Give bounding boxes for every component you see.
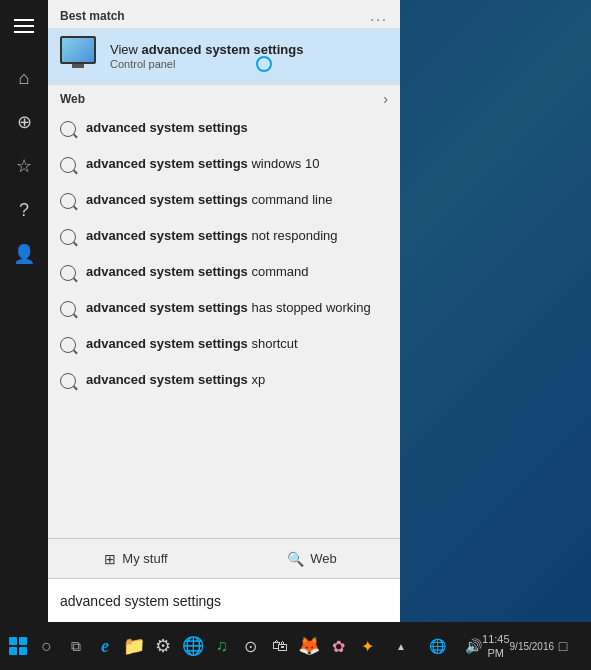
start-button[interactable] [4,626,31,666]
best-match-bold: advanced system settings [142,42,304,57]
web-tab-label: Web [310,551,337,566]
result-text: advanced system settings not responding [86,227,337,245]
web-search-icon: 🔍 [287,551,304,567]
best-match-pre: View [110,42,142,57]
search-result-icon [60,301,76,317]
list-item[interactable]: advanced system settings command [48,257,400,293]
list-item[interactable]: advanced system settings has stopped wor… [48,293,400,329]
system-tray: ▲ 🌐 🔊 11:45 PM 9/15/2016 □ [385,626,587,666]
sidebar: ⌂ ⊕ ☆ ? 👤 [0,0,48,622]
store-taskbar-icon[interactable]: 🛍 [266,626,293,666]
list-item[interactable]: advanced system settings shortcut [48,329,400,365]
chrome-taskbar-icon[interactable]: 🌐 [179,626,206,666]
mouse-cursor [256,56,272,72]
sidebar-home-icon[interactable]: ⌂ [6,60,42,96]
search-input-bar [48,578,400,622]
best-match-title: Best match [60,9,125,23]
media-taskbar-icon[interactable]: ⊙ [237,626,264,666]
taskbar-search-button[interactable]: ○ [33,626,60,666]
search-result-icon [60,193,76,209]
search-result-icon [60,121,76,137]
list-item[interactable]: advanced system settings not responding [48,221,400,257]
result-text: advanced system settings xp [86,371,265,389]
mystuff-label: My stuff [122,551,167,566]
list-item[interactable]: advanced system settings [48,113,400,149]
taskbar: ○ ⧉ e 📁 ⚙ 🌐 ♫ ⊙ 🛍 🦊 ✿ ✦ ▲ 🌐 🔊 11:45 PM 9… [0,622,591,670]
web-section-arrow: › [383,91,388,107]
result-text: advanced system settings command line [86,191,332,209]
web-section-header[interactable]: Web › [48,84,400,113]
explorer-taskbar-icon[interactable]: 📁 [121,626,148,666]
search-result-icon [60,337,76,353]
sidebar-person-icon[interactable]: 👤 [6,236,42,272]
web-tab[interactable]: 🔍 Web [224,539,400,578]
mystuff-win-icon: ⊞ [104,551,116,567]
result-text: advanced system settings command [86,263,309,281]
sidebar-search-icon[interactable]: ⊕ [6,104,42,140]
bottom-tabs: ⊞ My stuff 🔍 Web [48,538,400,578]
best-match-result[interactable]: View advanced system settings Control pa… [48,28,400,84]
mystuff-tab[interactable]: ⊞ My stuff [48,539,224,578]
spotify-taskbar-icon[interactable]: ♫ [208,626,235,666]
list-item[interactable]: advanced system settings command line [48,185,400,221]
best-match-text: View advanced system settings Control pa… [110,42,388,71]
tray-clock[interactable]: 11:45 PM 9/15/2016 [493,626,543,666]
sidebar-question-icon[interactable]: ? [6,192,42,228]
best-match-header: Best match ... [48,0,400,28]
search-panel: Best match ... View advanced system sett… [48,0,400,622]
taskbar-taskview-button[interactable]: ⧉ [62,626,89,666]
list-item[interactable]: advanced system settings windows 10 [48,149,400,185]
result-text: advanced system settings has stopped wor… [86,299,371,317]
best-match-subtitle: Control panel [110,58,388,70]
search-result-icon [60,373,76,389]
settings-taskbar-icon[interactable]: ⚙ [150,626,177,666]
tray-action-center[interactable]: □ [547,626,579,666]
edge-taskbar-icon[interactable]: e [91,626,118,666]
extra2-taskbar-icon[interactable]: ✦ [354,626,381,666]
firefox-taskbar-icon[interactable]: 🦊 [296,626,323,666]
control-panel-icon [60,36,100,76]
result-text: advanced system settings [86,119,248,137]
list-item[interactable]: advanced system settings xp [48,365,400,401]
extra-taskbar-icon[interactable]: ✿ [325,626,352,666]
best-match-label: View advanced system settings [110,42,388,59]
sidebar-cortana-icon[interactable]: ☆ [6,148,42,184]
hamburger-button[interactable] [6,8,42,44]
search-results-list: advanced system settings advanced system… [48,113,400,538]
tray-network-icon[interactable]: 🌐 [421,626,453,666]
search-result-icon [60,229,76,245]
search-result-icon [60,157,76,173]
desktop: ⌂ ⊕ ☆ ? 👤 Best match ... View advanced s… [0,0,591,670]
search-input[interactable] [60,593,388,609]
best-match-options-button[interactable]: ... [370,8,388,24]
tray-up-icon[interactable]: ▲ [385,626,417,666]
result-text: advanced system settings windows 10 [86,155,319,173]
search-result-icon [60,265,76,281]
web-section-title: Web [60,92,85,106]
windows-logo-icon [9,637,27,655]
result-text: advanced system settings shortcut [86,335,298,353]
